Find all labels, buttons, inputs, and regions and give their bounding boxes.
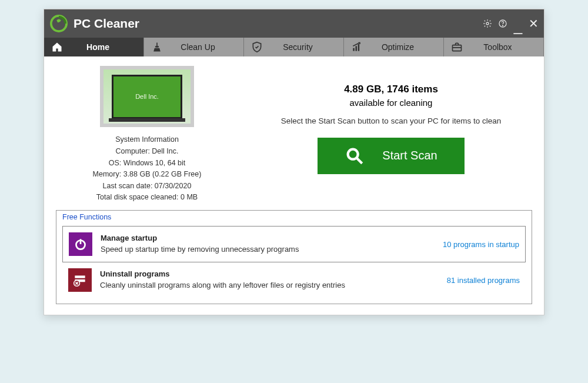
sysinfo-computer: Computer: Dell Inc.: [56, 146, 238, 157]
app-window: PC Cleaner _ ✕ Home Clean Up Security: [44, 9, 544, 315]
manage-startup-text: Manage startup Speed up startup time by …: [101, 233, 435, 255]
start-scan-label: Start Scan: [382, 149, 437, 162]
title-bar: PC Cleaner _ ✕: [44, 9, 544, 38]
svg-rect-12: [75, 276, 85, 278]
help-icon[interactable]: [497, 18, 509, 29]
installed-count-link[interactable]: 81 installed programs: [447, 276, 520, 285]
magnifier-icon: [345, 146, 365, 166]
manage-startup-desc: Speed up startup time by removing unnece…: [101, 244, 435, 255]
uninstall-icon: [68, 268, 92, 292]
scan-panel: 4.89 GB, 1746 items available for cleani…: [250, 66, 532, 203]
system-info-text: System Information Computer: Dell Inc. O…: [56, 134, 238, 203]
tab-cleanup-label: Clean Up: [173, 42, 236, 52]
free-functions-title: Free Functions: [62, 213, 526, 221]
sysinfo-diskspace: Total disk space cleaned: 0 MB: [56, 192, 238, 203]
sysinfo-lastscan: Last scan date: 07/30/2020: [56, 181, 238, 192]
scan-instruction: Select the Start Scan button to scan you…: [250, 116, 532, 127]
svg-point-8: [348, 149, 358, 159]
power-icon: [69, 232, 92, 256]
tab-cleanup[interactable]: Clean Up: [144, 38, 244, 56]
svg-point-1: [486, 22, 489, 25]
manage-startup-title: Manage startup: [101, 233, 435, 244]
system-info-panel: Dell Inc. System Information Computer: D…: [56, 66, 238, 203]
uninstall-programs-row[interactable]: Uninstall programs Cleanly uninstall pro…: [62, 262, 526, 298]
tab-home[interactable]: Home: [44, 38, 144, 56]
window-controls: _ ✕: [482, 18, 544, 29]
close-button[interactable]: ✕: [527, 18, 539, 29]
sysinfo-os: OS: Windows 10, 64 bit: [56, 158, 238, 169]
tab-home-label: Home: [74, 42, 136, 52]
tab-bar: Home Clean Up Security Optimize Toolbox: [44, 38, 544, 56]
svg-point-3: [502, 25, 503, 26]
minimize-button[interactable]: _: [512, 18, 524, 29]
tab-security-label: Security: [273, 42, 336, 52]
settings-icon[interactable]: [482, 18, 493, 29]
startup-count-link[interactable]: 10 programs in startup: [443, 240, 519, 249]
tab-optimize-label: Optimize: [373, 42, 436, 52]
computer-illustration: Dell Inc.: [100, 66, 194, 127]
main-content: Dell Inc. System Information Computer: D…: [44, 56, 544, 210]
uninstall-programs-title: Uninstall programs: [100, 269, 439, 280]
uninstall-programs-text: Uninstall programs Cleanly uninstall pro…: [100, 269, 439, 291]
tab-toolbox-label: Toolbox: [473, 42, 536, 52]
free-functions-section: Free Functions Manage startup Speed up s…: [56, 210, 532, 304]
computer-brand: Dell Inc.: [112, 75, 182, 119]
summary-headline: 4.89 GB, 1746 items: [250, 84, 532, 95]
svg-line-9: [358, 158, 363, 164]
app-logo-icon: [50, 15, 68, 32]
tab-optimize[interactable]: Optimize: [344, 38, 444, 56]
app-title: PC Cleaner: [74, 16, 139, 31]
manage-startup-row[interactable]: Manage startup Speed up startup time by …: [62, 226, 526, 262]
svg-rect-4: [353, 48, 355, 51]
start-scan-button[interactable]: Start Scan: [318, 138, 465, 174]
sysinfo-memory: Memory: 3.88 GB (0.22 GB Free): [56, 169, 238, 180]
svg-rect-5: [356, 46, 358, 51]
tab-security[interactable]: Security: [244, 38, 344, 56]
uninstall-programs-desc: Cleanly uninstall programs along with an…: [100, 280, 439, 291]
svg-rect-6: [358, 44, 360, 51]
tab-toolbox[interactable]: Toolbox: [444, 38, 544, 56]
summary-subline: available for cleaning: [250, 98, 532, 108]
sysinfo-header: System Information: [56, 134, 238, 145]
